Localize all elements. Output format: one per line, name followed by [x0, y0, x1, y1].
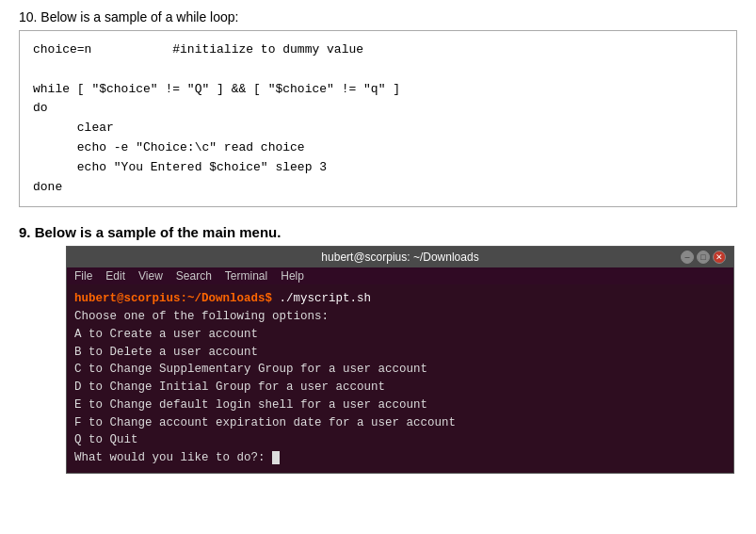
- menu-search[interactable]: Search: [176, 269, 212, 283]
- terminal-line-8: What would you like to do?:: [74, 449, 726, 467]
- close-button[interactable]: ✕: [713, 251, 726, 264]
- terminal-line-3: C to Change Supplementary Group for a us…: [74, 361, 726, 379]
- terminal-prompt-line: hubert@scorpius:~/Downloads$ ./myscript.…: [74, 290, 726, 308]
- terminal-line-1: A to Create a user account: [74, 326, 726, 344]
- menu-terminal[interactable]: Terminal: [225, 269, 267, 283]
- terminal-line-4: D to Change Initial Group for a user acc…: [74, 379, 726, 396]
- terminal-prompt-text: hubert@scorpius:~/Downloads$: [74, 292, 272, 305]
- section-9-label: 9. Below is a sample of the main menu.: [19, 224, 737, 240]
- terminal-line-5: E to Change default login shell for a us…: [74, 396, 726, 414]
- terminal-command: ./myscript.sh: [272, 292, 371, 305]
- section-9: 9. Below is a sample of the main menu. h…: [19, 224, 737, 474]
- code-block: choice=n #initialize to dummy value whil…: [19, 30, 737, 207]
- menu-view[interactable]: View: [138, 269, 163, 283]
- terminal-body: hubert@scorpius:~/Downloads$ ./myscript.…: [67, 284, 733, 473]
- terminal-line-0: Choose one of the following options:: [74, 308, 726, 326]
- terminal-titlebar: hubert@scorpius: ~/Downloads – □ ✕: [67, 247, 733, 267]
- menu-help[interactable]: Help: [281, 269, 304, 283]
- terminal-title: hubert@scorpius: ~/Downloads: [321, 251, 478, 264]
- maximize-button[interactable]: □: [697, 251, 710, 264]
- terminal-cursor: [272, 451, 280, 464]
- section-10-label: 10. Below is a sample of a while loop:: [19, 9, 737, 24]
- terminal-window: hubert@scorpius: ~/Downloads – □ ✕ File …: [66, 246, 734, 474]
- minimize-button[interactable]: –: [681, 251, 694, 264]
- menu-file[interactable]: File: [74, 269, 92, 283]
- section-10: 10. Below is a sample of a while loop: c…: [19, 9, 737, 207]
- terminal-line-7: Q to Quit: [74, 431, 726, 449]
- window-controls: – □ ✕: [681, 251, 726, 264]
- terminal-line-6: F to Change account expiration date for …: [74, 414, 726, 432]
- terminal-menubar: File Edit View Search Terminal Help: [67, 267, 733, 284]
- terminal-line-2: B to Delete a user account: [74, 344, 726, 362]
- menu-edit[interactable]: Edit: [105, 269, 125, 283]
